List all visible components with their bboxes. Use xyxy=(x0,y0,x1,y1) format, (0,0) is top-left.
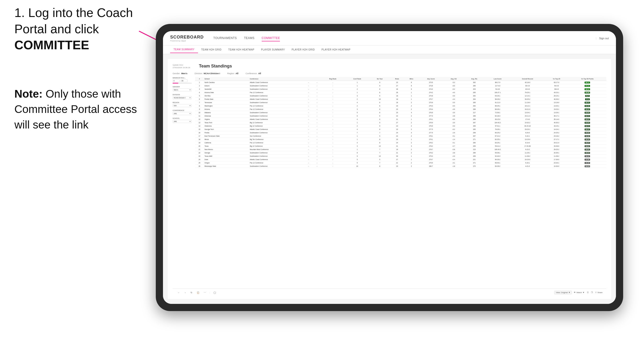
sign-out-button[interactable]: Sign out xyxy=(599,37,609,40)
rnds-cell: 21 xyxy=(390,118,404,121)
adj-score-cell: 274.2 xyxy=(418,91,444,94)
no-tour-cell: 8 xyxy=(370,91,390,94)
low-score-cell: 92-40-3 xyxy=(485,155,510,158)
avg-rd-cell: 267 xyxy=(464,135,485,138)
avg-sg-cell: -1.8 xyxy=(444,165,464,168)
rank-cell: 13 xyxy=(195,121,204,124)
sub-nav-team-h2h-heatmap[interactable]: TEAM H2H HEATMAP xyxy=(225,46,258,53)
conf-rank-cell: 2 xyxy=(345,104,370,108)
low-score-cell: 80-25-2 xyxy=(485,131,510,135)
low-score-cell: 96-29-2 xyxy=(485,98,510,101)
avg-sg-cell: -3.1 xyxy=(444,161,464,165)
rank-cell: 7 xyxy=(195,101,204,104)
rank-cell: 17 xyxy=(195,135,204,138)
sub-nav-player-h2h-grid[interactable]: PLAYER H2H GRID xyxy=(288,46,318,53)
arrow-right: → xyxy=(313,165,321,168)
rnds-cell: 27 xyxy=(390,121,404,124)
adj-score-cell: 276.9 xyxy=(418,111,444,114)
region-select[interactable]: N/A East West xyxy=(172,104,192,107)
nav-committee[interactable]: COMMITTEE xyxy=(262,35,280,41)
expand-button[interactable]: ❐ xyxy=(591,291,593,294)
gender-select[interactable]: Men's Women's xyxy=(172,88,192,91)
toolbar-refresh[interactable]: ↻ xyxy=(189,291,194,294)
arrow-left: ← xyxy=(304,108,313,111)
share-icon: ⇪ xyxy=(595,291,597,294)
low-score-cell: 72-30-1 xyxy=(485,111,510,114)
vs-top25-cell: 38-6-0 xyxy=(544,88,568,91)
wins-cell: 1 xyxy=(404,94,418,98)
avg-rd-cell: 262 xyxy=(464,81,485,84)
avg-sg-cell: -5.2 xyxy=(444,81,464,84)
no-tour-cell: 8 xyxy=(370,108,390,111)
sub-nav-player-h2h-heatmap[interactable]: PLAYER H2H HEATMAP xyxy=(318,46,354,53)
overall-cell: 30-4-0 xyxy=(510,84,544,88)
overall-cell: 9-24-0 xyxy=(510,131,544,135)
conference-cell: Pac-12 Conference xyxy=(249,161,304,165)
toolbar-clock[interactable]: ◯ xyxy=(212,291,217,294)
table-row: 18 Illinois Big Ten Conference ← → - 1 8… xyxy=(195,138,606,141)
table-row: 6 Florida State Atlantic Coast Conferenc… xyxy=(195,98,606,101)
arrow-right: → xyxy=(313,135,321,138)
rnds-cell: 28 xyxy=(390,88,404,91)
toolbar-view-button[interactable]: View: Original ▼ xyxy=(554,291,572,294)
rnds-cell: 23 xyxy=(390,165,404,168)
nav-teams[interactable]: TEAMS xyxy=(244,35,254,41)
points-cell: 38.42 xyxy=(568,155,606,158)
layout-button[interactable]: ☷ xyxy=(587,291,589,294)
school-cell: Duke xyxy=(204,158,249,161)
vs-top25-cell: 13-20-1 xyxy=(544,104,568,108)
rank-cell: 25 xyxy=(195,161,204,165)
conf-rank-cell: 5 xyxy=(345,111,370,114)
toolbar-copy[interactable]: 📋 xyxy=(196,291,200,294)
min-rounds-max-input[interactable] xyxy=(180,79,188,82)
toolbar-back[interactable]: ← xyxy=(176,291,181,294)
vs-top25-cell: 13-29-1 xyxy=(544,111,568,114)
col-vs-top25: Vs Top 25 xyxy=(544,77,568,81)
conference-cell: Southeastern Conference xyxy=(249,151,304,155)
reg-rank-cell: - xyxy=(321,101,344,104)
rnds-cell: 21 xyxy=(390,151,404,155)
avg-rd-cell: 264 xyxy=(464,98,485,101)
points-cell: 77.3 xyxy=(568,98,606,101)
adj-score-cell: 277.5 xyxy=(418,131,444,135)
table-row: 13 Texas Tech Big 12 Conference ← → - 1 … xyxy=(195,121,606,124)
overall-cell: 17-33-38 xyxy=(510,145,544,148)
sub-nav-team-summary[interactable]: TEAM SUMMARY xyxy=(170,46,198,53)
arrow-right: → xyxy=(313,138,321,141)
col-low-score: Low Score xyxy=(485,77,510,81)
col-overall: Overall Record xyxy=(510,77,544,81)
arrow-left: ← xyxy=(304,91,313,94)
wins-cell: 6 xyxy=(404,84,418,88)
points-cell: 60.71 xyxy=(568,114,606,118)
note-section: Note: Only those with Committee Portal a… xyxy=(14,86,139,132)
table-row: 16 Florida Southeastern Conference ← → -… xyxy=(195,131,606,135)
avg-sg-cell: -3.5 xyxy=(444,111,464,114)
avg-rd-cell: 268 xyxy=(464,118,485,121)
tablet-frame: SCOREBOARD Powered by clippd TOURNAMENTS… xyxy=(156,24,623,311)
sub-nav-team-h2h-grid[interactable]: TEAM H2H GRID xyxy=(198,46,225,53)
sub-nav-player-summary[interactable]: PLAYER SUMMARY xyxy=(258,46,288,53)
school-select[interactable]: (All) xyxy=(172,120,192,123)
min-rounds-min-input[interactable] xyxy=(172,79,180,82)
arrow-left: ← xyxy=(304,148,313,151)
avg-rd-cell: 262 xyxy=(464,104,485,108)
avg-rd-cell: 221 xyxy=(464,158,485,161)
watch-button[interactable]: 👁 Watch ▼ xyxy=(574,291,584,294)
avg-sg-cell: -1.4 xyxy=(444,138,464,141)
nav-tournaments[interactable]: TOURNAMENTS xyxy=(213,35,237,41)
low-score-cell: 60-39-2 xyxy=(485,165,510,168)
min-rounds-slider[interactable] xyxy=(172,83,192,84)
rank-cell: 5 xyxy=(195,94,204,98)
conference-select[interactable]: (All) SEC ACC xyxy=(172,112,192,115)
logo-text: SCOREBOARD xyxy=(170,35,204,40)
arrow-right: → xyxy=(313,91,321,94)
share-button[interactable]: ⇪ Share xyxy=(595,291,602,294)
rnds-cell: 18 xyxy=(390,98,404,101)
rnds-cell: 27 xyxy=(390,84,404,88)
toolbar-forward[interactable]: → xyxy=(183,291,188,294)
rnds-cell: 19 xyxy=(390,148,404,151)
division-select[interactable]: NCAA Division I NCAA Division II NCAA Di… xyxy=(172,96,192,99)
toolbar-more[interactable]: ⋯ xyxy=(202,291,207,294)
rank-cell: 8 xyxy=(195,104,204,108)
col-avg-rd: Avg. Rd. xyxy=(464,77,485,81)
